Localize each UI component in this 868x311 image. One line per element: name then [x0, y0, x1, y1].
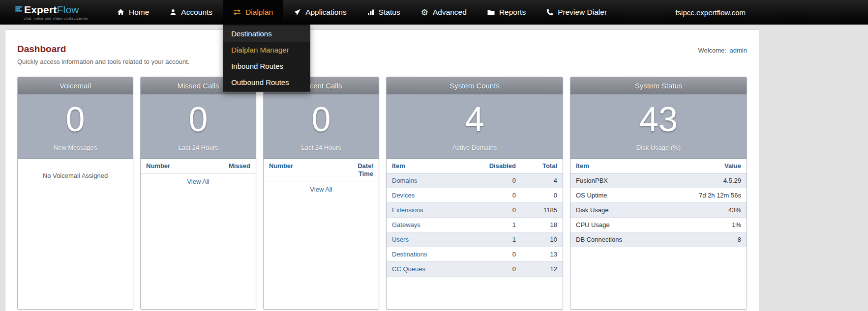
nav-item-applications[interactable]: Applications [283, 0, 357, 25]
system-counts-body: Item Disabled Total Domains 0 4 Devices … [387, 159, 563, 309]
cc-queues-link[interactable]: CC Queues [392, 265, 425, 273]
dashboard-cards: Voicemail 0 New Messages No Voicemail As… [17, 77, 747, 310]
system-counts-card: System Counts 4 Active Domains Item Disa… [386, 77, 563, 310]
view-all-row: View All [264, 181, 379, 198]
gateways-link[interactable]: Gateways [392, 221, 420, 228]
system-counts-count: 4 [387, 102, 563, 137]
nav-item-label: Reports [499, 8, 526, 17]
recent-calls-card: Recent Calls 0 Last 24 Hours Number Date… [263, 77, 379, 310]
menu-lines-icon [15, 5, 23, 15]
card-title: System Status [570, 77, 747, 94]
brand-tagline: chat, voice and video contactcenter [15, 16, 96, 21]
missed-calls-body: Number Missed View All [141, 159, 256, 309]
menu-item-outbound-routes[interactable]: Outbound Routes [223, 74, 310, 90]
brand-logo[interactable]: ExpertFlow chat, voice and video contact… [15, 0, 96, 25]
extensions-link[interactable]: Extensions [392, 206, 423, 214]
nav-item-label: Advanced [433, 8, 467, 17]
nav-menu: Home Accounts Dialplan Destinations Dial… [107, 0, 617, 25]
voicemail-empty-text: No Voicemail Assigned [18, 159, 133, 179]
missed-calls-view-all-link[interactable]: View All [187, 178, 209, 185]
column-header: Missed [200, 159, 256, 173]
missed-calls-card: Missed Calls 0 Last 24 Hours Number Miss… [140, 77, 256, 310]
table-header-row: Number Missed [141, 159, 256, 173]
voicemail-count: 0 [18, 102, 133, 137]
nav-item-label: Dialplan [245, 8, 273, 17]
nav-item-dialplan[interactable]: Dialplan Destinations Dialplan Manager I… [223, 0, 283, 25]
table-row: Disk Usage 43% [570, 203, 747, 218]
nav-item-label: Status [379, 8, 400, 17]
column-header: Item [387, 159, 461, 173]
dialplan-dropdown-menu: Destinations Dialplan Manager Inbound Ro… [223, 25, 310, 92]
recent-calls-view-all-link[interactable]: View All [310, 186, 332, 193]
menu-item-dialplan-manager[interactable]: Dialplan Manager [223, 42, 310, 58]
gear-icon: ⚙ [421, 8, 428, 17]
table-row: Users 1 10 [387, 232, 563, 247]
column-header: Disabled [461, 159, 521, 173]
menu-item-destinations[interactable]: Destinations [223, 26, 310, 42]
card-title: System Counts [387, 77, 563, 94]
nav-item-reports[interactable]: Reports [477, 0, 536, 25]
home-icon [117, 9, 124, 16]
nav-item-label: Home [129, 8, 149, 17]
missed-calls-count-label: Last 24 Hours [141, 144, 256, 151]
view-all-row: View All [141, 173, 256, 190]
nav-item-home[interactable]: Home [107, 0, 159, 25]
menu-item-inbound-routes[interactable]: Inbound Routes [223, 58, 310, 74]
table-row: Devices 0 0 [387, 188, 563, 203]
users-link[interactable]: Users [392, 236, 409, 243]
page-title: Dashboard [17, 44, 189, 55]
voicemail-body: No Voicemail Assigned [18, 159, 133, 309]
bar-chart-icon [367, 9, 374, 16]
column-header: Date/Time [329, 159, 379, 181]
system-counts-count-section: 4 Active Domains [387, 94, 563, 159]
shuffle-arrows-icon [233, 9, 241, 16]
page-header: Dashboard Quickly access information and… [17, 41, 747, 65]
system-status-count: 43 [570, 102, 747, 137]
column-header: Value [661, 159, 747, 173]
recent-calls-table: Number Date/Time [264, 159, 379, 181]
table-row: Gateways 1 18 [387, 218, 563, 232]
table-row: Extensions 0 1185 [387, 203, 563, 218]
table-header-row: Item Value [570, 159, 747, 173]
table-row: DB Connections 8 [570, 232, 747, 247]
recent-calls-body: Number Date/Time View All [264, 159, 379, 309]
recent-calls-count-label: Last 24 Hours [264, 144, 379, 151]
system-status-body: Item Value FusionPBX 4.5.29 OS Uptime 7d… [570, 159, 747, 309]
destinations-link[interactable]: Destinations [392, 251, 427, 258]
nav-item-advanced[interactable]: ⚙ Advanced [411, 0, 477, 25]
column-header: Total [521, 159, 563, 173]
nav-item-label: Preview Dialer [558, 8, 607, 17]
table-row: OS Uptime 7d 2h 12m 56s [570, 188, 747, 203]
system-counts-count-label: Active Domains [387, 144, 563, 151]
brand-name: ExpertFlow [24, 4, 79, 16]
phone-icon [546, 9, 553, 16]
column-header: Item [570, 159, 661, 173]
nav-item-label: Applications [305, 8, 347, 17]
table-header-row: Item Disabled Total [387, 159, 563, 173]
recent-calls-count: 0 [264, 102, 379, 137]
nav-item-preview-dialer[interactable]: Preview Dialer [536, 0, 617, 25]
column-header: Number [264, 159, 329, 181]
domain-name: fsipcc.expertflow.com [675, 8, 746, 17]
main-content: Dashboard Quickly access information and… [5, 29, 759, 311]
table-row: Domains 0 4 [387, 173, 563, 188]
welcome-user-link[interactable]: admin [730, 47, 747, 54]
folder-icon [487, 9, 495, 16]
page-subtitle: Quickly access information and tools rel… [17, 58, 189, 65]
domains-link[interactable]: Domains [392, 177, 417, 184]
system-status-table: Item Value FusionPBX 4.5.29 OS Uptime 7d… [570, 159, 747, 247]
column-header: Number [141, 159, 200, 173]
nav-item-status[interactable]: Status [357, 0, 411, 25]
system-status-count-section: 43 Disk Usage (%) [570, 94, 747, 159]
system-status-count-label: Disk Usage (%) [570, 144, 747, 151]
system-status-card: System Status 43 Disk Usage (%) Item Val… [570, 77, 747, 310]
system-counts-table: Item Disabled Total Domains 0 4 Devices … [387, 159, 563, 277]
nav-item-accounts[interactable]: Accounts [159, 0, 223, 25]
table-row: CPU Usage 1% [570, 218, 747, 232]
paper-plane-icon [294, 9, 301, 16]
missed-calls-count: 0 [141, 102, 256, 137]
table-row: Destinations 0 13 [387, 247, 563, 262]
devices-link[interactable]: Devices [392, 192, 415, 199]
user-icon [170, 9, 177, 16]
table-row: CC Queues 0 12 [387, 262, 563, 277]
